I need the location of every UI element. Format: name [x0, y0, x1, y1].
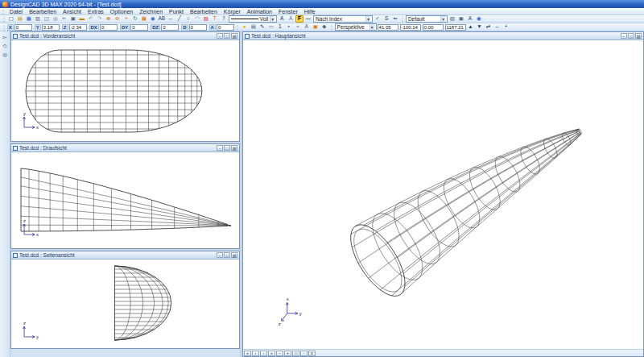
style-icon[interactable]: S	[382, 15, 390, 23]
line-style-combo[interactable]: Voll ▾	[229, 15, 277, 23]
view-z-field[interactable]: 1187.21	[445, 24, 466, 31]
visibility-icon[interactable]: ◉	[475, 15, 483, 23]
chevron-down-icon[interactable]: ▾	[369, 24, 374, 30]
viewport-tile-button[interactable]: ▨	[231, 252, 237, 258]
pan-icon[interactable]: +	[122, 15, 130, 23]
redo-icon[interactable]: ↷	[96, 15, 104, 23]
viewport-nav-button-1[interactable]: «	[244, 351, 251, 356]
coord-input-a[interactable]: 0	[217, 24, 234, 31]
viewport-nav-button-7[interactable]: □	[292, 351, 299, 356]
viewport-main-titlebar[interactable]: Test.dcd : Hauptansicht –□▨	[243, 32, 643, 40]
coord-input-x[interactable]: 0	[14, 24, 32, 31]
hand-tool-icon[interactable]: ◇	[1, 42, 9, 50]
selection-count[interactable]: 1	[276, 23, 284, 31]
coord-input-dy[interactable]: 0	[130, 24, 148, 31]
viewport-maximize-button[interactable]: □	[628, 33, 634, 39]
coord-input-z[interactable]: -2.34	[69, 24, 87, 31]
viewport-minimize-button[interactable]: –	[217, 145, 223, 151]
text-style-icon[interactable]: A	[303, 23, 311, 31]
viewport-maximize-button[interactable]: □	[224, 33, 230, 39]
viewport-tile-button[interactable]: ▨	[231, 33, 237, 39]
font-increase-icon[interactable]: A	[278, 15, 286, 23]
viewport-nav-button-3[interactable]: ›	[260, 351, 267, 356]
menu-optionen[interactable]: Optionen	[107, 8, 136, 15]
title-bar[interactable]: DesignCAD 3D MAX 2020 64-bit - [Test.dcd…	[0, 0, 644, 8]
pan-up-icon[interactable]: ▲	[467, 23, 475, 31]
viewport-tile-button[interactable]: ▨	[231, 145, 237, 151]
view-x-field[interactable]: -100.14	[400, 24, 421, 31]
pencil-icon[interactable]: ✎	[258, 23, 266, 31]
coord-input-d[interactable]: 0	[189, 24, 207, 31]
viewport-minimize-button[interactable]: –	[621, 33, 627, 39]
screen-icon[interactable]: ▪	[285, 23, 293, 31]
undo-icon[interactable]: ↶	[87, 15, 95, 23]
light-icon[interactable]: ●	[241, 23, 249, 31]
chevron-down-icon[interactable]: ▾	[365, 16, 370, 22]
layer-combo[interactable]: Nach Index ▾	[313, 15, 373, 23]
zoom-out-icon[interactable]: ⊖	[114, 15, 122, 23]
chevron-down-icon[interactable]: ▾	[440, 16, 445, 22]
copy-icon[interactable]: ▣	[69, 15, 77, 23]
open-file-icon[interactable]: ▤	[16, 15, 24, 23]
viewport-nav-button-8[interactable]: ◦	[300, 351, 308, 356]
viewport-nav-button-2[interactable]: ‹	[252, 351, 259, 356]
apply-icon[interactable]: ✓	[374, 15, 382, 23]
select-tool-icon[interactable]: ▻	[1, 33, 9, 41]
arc-icon[interactable]: ◠	[193, 15, 201, 23]
menu-animation[interactable]: Animation	[244, 8, 275, 15]
circle-icon[interactable]: ○	[184, 15, 192, 23]
paste-icon[interactable]: ▬	[78, 15, 86, 23]
viewport-nav-button-6[interactable]: +	[284, 351, 291, 356]
viewport-top-canvas[interactable]: zx	[11, 152, 239, 248]
refresh-icon[interactable]: ↻	[131, 15, 139, 23]
viewport-main-canvas[interactable]: xyz	[243, 40, 643, 349]
view-mode-combo[interactable]: Perspektive ▾	[335, 23, 377, 31]
viewport-nav-button-5[interactable]: −	[276, 351, 283, 356]
menu-extras[interactable]: Extras	[85, 8, 107, 15]
line-width-icon[interactable]: —	[304, 15, 312, 23]
view-angle-field[interactable]: 41.05	[378, 24, 398, 31]
wave-icon[interactable]: ≈	[294, 23, 302, 31]
viewport-nav-button-4[interactable]: »	[268, 351, 275, 356]
chevron-down-icon[interactable]: ▾	[270, 16, 275, 22]
material-icon[interactable]: ▣	[312, 23, 320, 31]
menu-bearbeiten-2[interactable]: Bearbeiten	[187, 8, 221, 15]
layer-new-icon[interactable]: ▧	[448, 15, 456, 23]
back-icon[interactable]: ⇐	[391, 15, 399, 23]
pan-down-icon[interactable]: ▼	[476, 23, 484, 31]
zoom-in-icon[interactable]: ⊕	[105, 15, 113, 23]
viewport-minimize-button[interactable]: –	[217, 33, 223, 39]
coord-input-dx[interactable]: 0	[100, 24, 118, 31]
find-icon[interactable]: ◎	[52, 15, 60, 23]
layers-icon[interactable]: ▤	[250, 23, 258, 31]
font-decrease-icon[interactable]: A	[287, 15, 295, 23]
view-y-field[interactable]: 0.00	[423, 24, 444, 31]
zoom-tool-icon[interactable]: ◎	[1, 51, 9, 59]
viewport-minimize-button[interactable]: –	[217, 252, 223, 258]
menu-ansicht[interactable]: Ansicht	[60, 8, 85, 15]
cut-icon[interactable]: ✂	[60, 15, 68, 23]
move-view-icon[interactable]: ↔	[493, 23, 502, 31]
default-combo[interactable]: Default ▾	[406, 15, 448, 23]
menu-hilfe[interactable]: Hilfe	[301, 8, 319, 15]
viewport-side-titlebar[interactable]: Test.dcd : Seitenansicht –□▨	[11, 251, 239, 259]
print-preview-icon[interactable]: ◫	[43, 15, 51, 23]
menu-datei[interactable]: Datei	[6, 8, 26, 15]
coord-input-y[interactable]: 3.18	[42, 24, 60, 31]
center-view-icon[interactable]: +	[502, 23, 510, 31]
viewport-maximize-button[interactable]: □	[224, 145, 230, 151]
print-icon[interactable]: ▥	[34, 15, 42, 23]
bold-icon[interactable]: F	[295, 15, 303, 23]
viewport-top-titlebar[interactable]: Test.dcd : Draufsicht –□▨	[11, 144, 239, 152]
color-swatch[interactable]: ▭	[267, 23, 275, 31]
coord-input-dz[interactable]: 0	[161, 24, 179, 31]
dimension-icon[interactable]: ↔	[167, 15, 175, 23]
viewport-side-canvas[interactable]: zy	[11, 259, 239, 348]
menu-körper[interactable]: Körper	[221, 8, 244, 15]
viewport-front-titlebar[interactable]: Test.dcd : Vorderansicht –□▨	[11, 32, 239, 40]
viewport-front-canvas[interactable]: yx	[11, 40, 239, 141]
attribute-icon[interactable]: A	[466, 15, 474, 23]
menu-punkt[interactable]: Punkt	[166, 8, 187, 15]
viewport-nav-button-9[interactable]: ≡	[308, 351, 316, 356]
shade-icon[interactable]: ◆	[320, 23, 328, 31]
